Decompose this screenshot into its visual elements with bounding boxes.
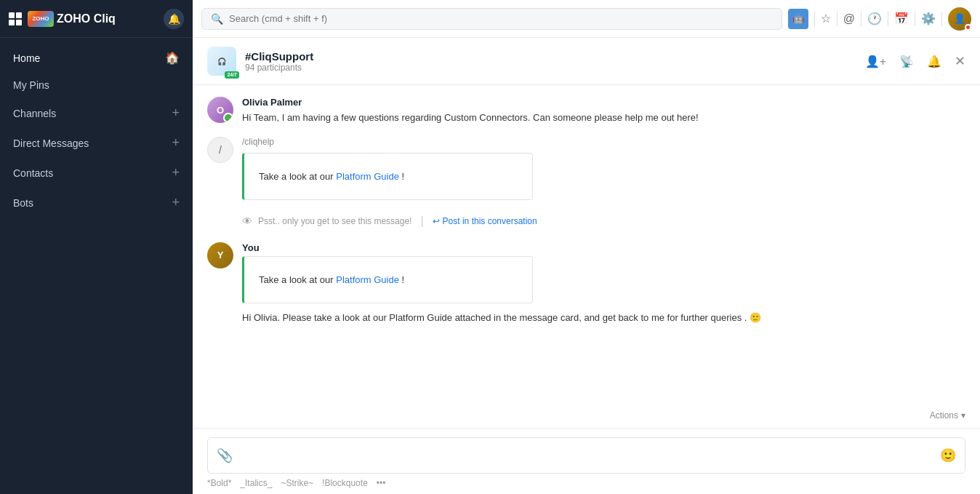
sidebar: ZOHO ZOHO Cliq 🔔 Home 🏠 My Pins Channels… [0, 0, 193, 494]
sidebar-section-direct-messages[interactable]: Direct Messages + [0, 128, 193, 158]
bold-button[interactable]: *Bold* [207, 478, 231, 488]
card1-text-after: ! [399, 171, 404, 182]
contacts-label: Contacts [13, 167, 53, 179]
home-icon: 🏠 [165, 51, 180, 65]
emoji-icon[interactable]: 🙂 [940, 447, 956, 463]
divider-1 [814, 12, 815, 26]
home-label: Home [13, 52, 40, 64]
user-avatar-top[interactable]: 👤 [948, 7, 971, 31]
alert-icon[interactable]: 🔔 [927, 55, 941, 68]
card1-text-before: Take a look at our [259, 171, 336, 182]
message-text-olivia: Hi Team, I am having a few questions reg… [242, 111, 965, 125]
more-formatting-button[interactable]: ••• [377, 478, 386, 488]
slash-command-label: /cliqhelp [242, 137, 965, 147]
add-channel-icon[interactable]: + [172, 105, 180, 121]
mention-icon[interactable]: @ [843, 12, 855, 25]
channel-avatar: 🎧 24/7 [207, 47, 236, 76]
message-group-olivia: O Olivia Palmer Hi Team, I am having a f… [207, 97, 965, 125]
bot-icon[interactable]: 🤖 [788, 9, 808, 29]
settings-icon[interactable]: ⚙️ [921, 12, 936, 25]
calendar-icon[interactable]: 📅 [894, 12, 909, 25]
channel-name: #CliqSupport [245, 50, 313, 63]
message-input-box: 📎 🙂 [207, 437, 965, 474]
strike-button[interactable]: ~Strike~ [281, 478, 313, 488]
sidebar-item-my-pins[interactable]: My Pins [0, 72, 193, 98]
add-bot-icon[interactable]: + [172, 195, 180, 210]
sidebar-nav: Home 🏠 My Pins Channels + Direct Message… [0, 38, 193, 223]
slash-message: / /cliqhelp Take a look at our Platform … [207, 137, 965, 200]
you-bottom-text: Hi Olivia. Please take a look at our Pla… [242, 311, 965, 325]
slash-content: /cliqhelp Take a look at our Platform Gu… [242, 137, 965, 200]
card2-text-before: Take a look at our [259, 274, 336, 285]
app-title: ZOHO Cliq [57, 12, 116, 25]
avatar-you: Y [207, 242, 233, 268]
blockquote-button[interactable]: !Blockquote [322, 478, 368, 488]
channel-info: #CliqSupport 94 participants [245, 50, 313, 73]
divider-3 [861, 12, 861, 26]
sender-olivia: Olivia Palmer [242, 97, 965, 108]
message-group-you: Y You Take a look at our Platform Guide … [207, 242, 965, 325]
app-logo: ZOHO ZOHO Cliq [28, 11, 116, 27]
eye-icon: 👁 [242, 215, 252, 227]
channel-participants: 94 participants [245, 63, 313, 73]
channels-label: Channels [13, 108, 56, 119]
avatar-olivia: O [207, 97, 233, 123]
divider-4 [888, 12, 888, 26]
sender-you: You [242, 242, 965, 253]
notification-bell[interactable]: 🔔 [164, 9, 184, 29]
divider-6 [941, 12, 942, 26]
add-contact-icon[interactable]: + [172, 165, 180, 180]
zoho-logo: ZOHO [28, 11, 54, 27]
olivia-initials: O [217, 105, 224, 116]
my-pins-label: My Pins [13, 79, 49, 91]
actions-dropdown[interactable]: Actions ▾ [193, 410, 980, 423]
card1-platform-guide-link[interactable]: Platform Guide [336, 171, 399, 182]
topbar: 🔍 🤖 ☆ @ 🕐 📅 ⚙️ 👤 [193, 0, 980, 38]
main-area: 🔍 🤖 ☆ @ 🕐 📅 ⚙️ 👤 🎧 24/7 #CliqSupport 94 … [193, 0, 980, 494]
direct-messages-label: Direct Messages [13, 138, 89, 149]
input-area: 📎 🙂 *Bold* _Italics_ ~Strike~ !Blockquot… [193, 428, 980, 494]
sidebar-section-channels[interactable]: Channels + [0, 98, 193, 128]
history-icon[interactable]: 🕐 [867, 12, 882, 25]
support-badge: 24/7 [225, 71, 239, 79]
sidebar-section-contacts[interactable]: Contacts + [0, 158, 193, 188]
ephemeral-text: Psst.. only you get to see this message! [258, 216, 411, 226]
sidebar-section-bots[interactable]: Bots + [0, 188, 193, 218]
ephemeral-notice: 👁 Psst.. only you get to see this messag… [207, 209, 965, 234]
attach-icon[interactable]: 📎 [217, 447, 233, 463]
broadcast-icon[interactable]: 📡 [899, 55, 914, 68]
search-input[interactable] [229, 13, 773, 24]
grid-icon[interactable] [9, 12, 22, 25]
card2-text-after: ! [399, 274, 404, 285]
post-link-icon: ↩ [433, 216, 440, 226]
post-link-text: Post in this conversation [443, 216, 537, 226]
message-input[interactable] [238, 450, 934, 461]
bots-label: Bots [13, 197, 33, 209]
user-avatar-initials: 👤 [954, 13, 965, 24]
slash-icon: / [207, 137, 233, 163]
sidebar-item-home[interactable]: Home 🏠 [0, 44, 193, 72]
message-content-olivia: Olivia Palmer Hi Team, I am having a few… [242, 97, 965, 125]
user-status-dot [965, 24, 971, 31]
sidebar-header: ZOHO ZOHO Cliq 🔔 [0, 0, 193, 38]
italic-button[interactable]: _Italics_ [240, 478, 272, 488]
divider-5 [915, 12, 915, 26]
formatting-bar: *Bold* _Italics_ ~Strike~ !Blockquote ••… [207, 474, 965, 488]
close-channel-icon[interactable]: ✕ [955, 53, 965, 69]
search-box[interactable]: 🔍 [201, 8, 782, 30]
add-member-icon[interactable]: 👤+ [865, 55, 886, 68]
add-dm-icon[interactable]: + [172, 135, 180, 151]
divider-2 [837, 12, 838, 26]
channel-header: 🎧 24/7 #CliqSupport 94 participants 👤+ 📡… [193, 38, 980, 85]
you-initials: Y [217, 250, 224, 260]
card2-platform-guide-link[interactable]: Platform Guide [336, 274, 399, 285]
actions-chevron: ▾ [961, 410, 965, 421]
actions-label: Actions [930, 410, 958, 421]
card-box-2: Take a look at our Platform Guide ! [242, 256, 533, 303]
message-content-you: You Take a look at our Platform Guide ! … [242, 242, 965, 325]
channel-avatar-text: 🎧 [217, 57, 226, 65]
search-icon: 🔍 [211, 13, 223, 25]
post-in-conversation-link[interactable]: ↩ Post in this conversation [433, 216, 537, 226]
channel-header-actions: 👤+ 📡 🔔 ✕ [865, 53, 965, 69]
star-icon[interactable]: ☆ [821, 12, 831, 25]
